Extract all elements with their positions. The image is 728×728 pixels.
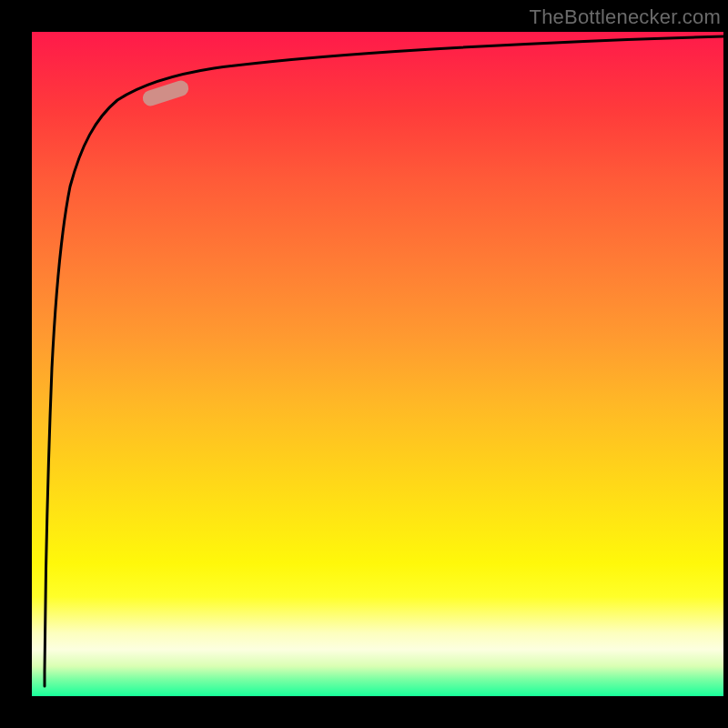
attribution-text: TheBottlenecker.com <box>530 5 721 29</box>
curve-path <box>45 36 723 686</box>
curve-layer <box>32 32 723 696</box>
figure-root: TheBottlenecker.com <box>0 0 728 728</box>
